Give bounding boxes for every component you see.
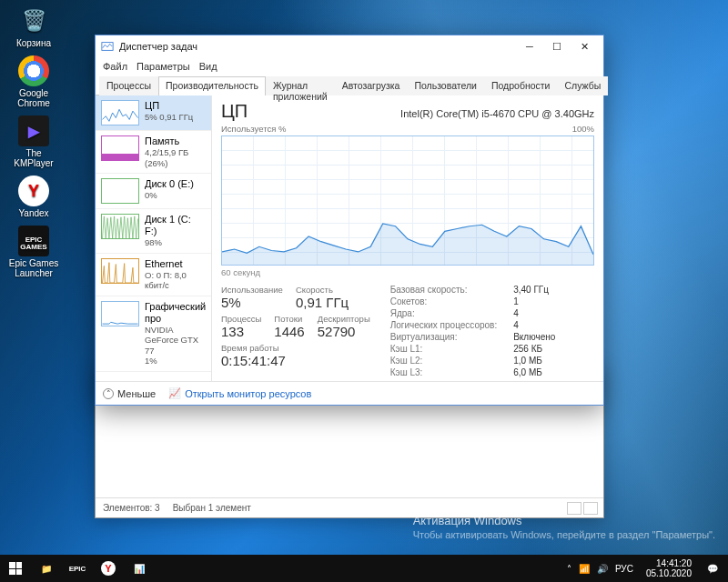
disk-thumb-icon [101, 178, 139, 204]
fewer-details-button[interactable]: ˄Меньше [103, 388, 156, 399]
menu-view[interactable]: Вид [199, 61, 217, 72]
spec-value: 4 [513, 308, 555, 318]
sidebar-item-disk0[interactable]: Диск 0 (E:)0% [96, 174, 211, 209]
spec-key: Сокетов: [390, 296, 497, 306]
task-manager-footer: ˄Меньше 📈Открыть монитор ресурсов [96, 381, 603, 405]
taskbar-app-explorer[interactable]: 📁 [31, 555, 62, 582]
ethernet-thumb-icon [101, 258, 139, 284]
tray-network-icon[interactable]: 📶 [579, 564, 590, 574]
spec-value: 4 [513, 320, 555, 330]
sidebar-item-sub: 5% 0,91 ГГц [145, 112, 193, 122]
desktop-icon-label: Корзина [16, 38, 51, 48]
stat-label-processes: Процессы [221, 314, 261, 324]
tab-processes[interactable]: Процессы [99, 76, 158, 95]
activation-watermark: Активация Windows Чтобы активировать Win… [413, 514, 715, 540]
desktop-icon-label: Yandex [18, 208, 48, 218]
task-manager-icon [101, 40, 114, 53]
watermark-title: Активация Windows [413, 514, 715, 527]
sidebar-item-cpu[interactable]: ЦП5% 0,91 ГГц [96, 95, 211, 131]
windows-logo-icon [9, 562, 22, 575]
spec-key: Кэш L1: [390, 344, 497, 354]
tab-startup[interactable]: Автозагрузка [335, 76, 408, 95]
minimize-button[interactable]: ─ [516, 36, 543, 56]
spec-value: 3,40 ГГц [513, 285, 555, 295]
spec-value: Включено [513, 332, 555, 342]
explorer-view-toggle[interactable] [567, 502, 598, 515]
tab-performance[interactable]: Производительность [158, 76, 266, 95]
explorer-item-count: Элементов: 3 [103, 503, 160, 513]
start-button[interactable] [0, 555, 31, 582]
stat-label-uptime: Время работы [221, 343, 370, 353]
maximize-button[interactable]: ☐ [543, 36, 571, 56]
tray-volume-icon[interactable]: 🔊 [597, 564, 608, 574]
open-resource-monitor-link[interactable]: 📈Открыть монитор ресурсов [168, 387, 311, 399]
system-tray: ˄ 📶 🔊 РУС [560, 564, 641, 574]
sidebar-item-title: Ethernet [145, 258, 206, 270]
cpu-spec-grid: Базовая скорость:3,40 ГГцСокетов:1Ядра:4… [390, 285, 556, 377]
sidebar-item-gpu[interactable]: Графический проNVIDIA GeForce GTX 771% [96, 296, 211, 372]
spec-key: Базовая скорость: [390, 285, 497, 295]
sidebar-item-title: Диск 0 (E:) [145, 178, 194, 190]
stat-value-handles: 52790 [318, 324, 370, 339]
spec-value: 1 [513, 296, 555, 306]
tray-language[interactable]: РУС [615, 564, 633, 574]
sidebar-item-sub: 98% [145, 237, 206, 247]
stat-value-processes: 133 [221, 324, 261, 339]
sidebar-item-memory[interactable]: Память4,2/15,9 ГБ (26%) [96, 131, 211, 174]
desktop-icon-recycle-bin[interactable]: 🗑️ Корзина [5, 4, 62, 50]
menu-options[interactable]: Параметры [136, 61, 190, 72]
close-button[interactable]: ✕ [571, 36, 598, 56]
taskbar-notifications-button[interactable]: 💬 [697, 555, 728, 582]
resource-monitor-icon: 📈 [168, 387, 181, 399]
stat-label-threads: Потоки [274, 314, 304, 324]
clock-time: 14:41:20 [646, 558, 692, 568]
gpu-thumb-icon [101, 301, 139, 326]
titlebar[interactable]: Диспетчер задач ─ ☐ ✕ [96, 35, 603, 57]
taskbar-app-task-manager[interactable]: 📊 [124, 555, 155, 582]
sidebar-item-title: Графический про [145, 301, 206, 325]
stat-value-threads: 1446 [274, 324, 304, 339]
memory-thumb-icon [101, 135, 139, 161]
stat-label-handles: Дескрипторы [318, 314, 370, 324]
clock-date: 05.10.2020 [646, 568, 692, 578]
explorer-selection-count: Выбран 1 элемент [173, 503, 251, 513]
performance-sidebar: ЦП5% 0,91 ГГц Память4,2/15,9 ГБ (26%) Ди… [96, 95, 212, 381]
sidebar-item-disk1[interactable]: Диск 1 (C: F:)98% [96, 209, 211, 254]
tab-app-history[interactable]: Журнал приложений [266, 76, 335, 95]
epic-games-icon: EPICGAMES [18, 226, 49, 256]
tab-details[interactable]: Подробности [484, 76, 558, 95]
chart-x-label: 60 секунд [221, 267, 594, 277]
sidebar-item-sub: 4,2/15,9 ГБ (26%) [145, 147, 206, 168]
desktop-icon-epic[interactable]: EPICGAMES Epic Games Launcher [5, 224, 62, 280]
spec-key: Виртуализация: [390, 332, 497, 342]
spec-value: 1,0 МБ [513, 356, 555, 366]
stat-label-speed: Скорость [296, 285, 349, 295]
spec-key: Кэш L2: [390, 356, 497, 366]
tray-chevron-icon[interactable]: ˄ [567, 564, 571, 574]
task-manager-window: Диспетчер задач ─ ☐ ✕ Файл Параметры Вид… [95, 35, 604, 406]
stat-value-uptime: 0:15:41:47 [221, 353, 370, 368]
spec-value: 256 КБ [513, 344, 555, 354]
taskbar: 📁 EPIC Y 📊 ˄ 📶 🔊 РУС 14:41:20 05.10.2020… [0, 555, 728, 582]
chart-y-max: 100% [572, 124, 594, 134]
spec-key: Кэш L3: [390, 367, 497, 377]
taskbar-app-epic[interactable]: EPIC [62, 555, 93, 582]
tab-users[interactable]: Пользователи [407, 76, 484, 95]
desktop-icon-chrome[interactable]: Google Chrome [5, 54, 62, 110]
taskbar-clock[interactable]: 14:41:20 05.10.2020 [641, 558, 697, 578]
menu-file[interactable]: Файл [103, 61, 127, 72]
desktop-icon-label: Google Chrome [5, 88, 62, 108]
sidebar-item-title: Диск 1 (C: F:) [145, 214, 206, 237]
taskbar-app-yandex[interactable]: Y [93, 555, 124, 582]
desktop-icon-kmplayer[interactable]: ▶ The KMPlayer [5, 114, 62, 170]
disk-thumb-icon [101, 214, 139, 239]
spec-key: Логических процессоров: [390, 320, 497, 330]
desktop-icon-label: Epic Games Launcher [5, 258, 62, 278]
desktop-icon-yandex[interactable]: Y Yandex [5, 174, 62, 220]
spec-value: 6,0 МБ [513, 367, 555, 377]
kmplayer-icon: ▶ [18, 115, 49, 146]
trash-icon: 🗑️ [18, 5, 49, 36]
spec-key: Ядра: [390, 308, 497, 318]
tab-services[interactable]: Службы [557, 76, 608, 95]
sidebar-item-ethernet[interactable]: EthernetО: 0 П: 8,0 кбит/с [96, 254, 211, 296]
